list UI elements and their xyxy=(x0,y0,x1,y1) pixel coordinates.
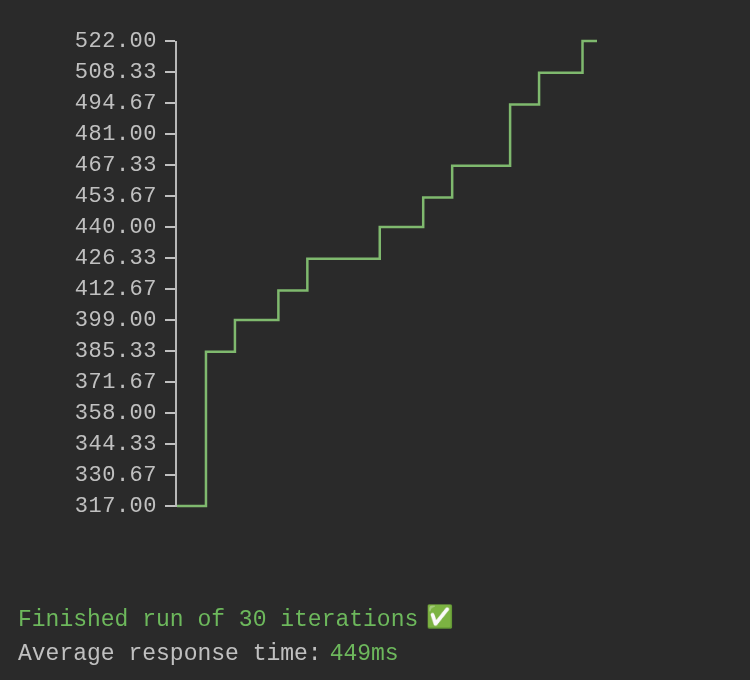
tick-mark xyxy=(165,164,175,166)
y-tick-label: 522.00 xyxy=(0,26,175,56)
avg-label: Average response time: xyxy=(18,638,322,670)
y-tick-value: 508.33 xyxy=(75,60,157,85)
check-icon: ✅ xyxy=(426,604,453,635)
y-tick-label: 317.00 xyxy=(0,491,175,521)
tick-mark xyxy=(165,195,175,197)
y-tick-value: 385.33 xyxy=(75,339,157,364)
y-tick-label: 385.33 xyxy=(0,336,175,366)
status-section: Finished run of 30 iterations ✅ Average … xyxy=(18,604,453,670)
y-tick-label: 481.00 xyxy=(0,119,175,149)
y-tick-label: 453.67 xyxy=(0,181,175,211)
y-tick-label: 440.00 xyxy=(0,212,175,242)
y-tick-value: 494.67 xyxy=(75,91,157,116)
y-tick-label: 330.67 xyxy=(0,460,175,490)
y-tick-value: 440.00 xyxy=(75,215,157,240)
tick-mark xyxy=(165,474,175,476)
avg-response-line: Average response time: 449ms xyxy=(18,638,453,670)
y-tick-value: 330.67 xyxy=(75,463,157,488)
tick-mark xyxy=(165,350,175,352)
tick-mark xyxy=(165,133,175,135)
tick-mark xyxy=(165,412,175,414)
line-chart-svg xyxy=(177,30,597,520)
avg-value: 449ms xyxy=(330,638,399,670)
y-tick-value: 453.67 xyxy=(75,184,157,209)
y-tick-value: 399.00 xyxy=(75,308,157,333)
y-tick-label: 467.33 xyxy=(0,150,175,180)
y-axis: 522.00508.33494.67481.00467.33453.67440.… xyxy=(0,30,175,550)
finished-status: Finished run of 30 iterations ✅ xyxy=(18,604,453,636)
ascii-chart: 522.00508.33494.67481.00467.33453.67440.… xyxy=(0,30,750,550)
finished-text: Finished run of 30 iterations xyxy=(18,604,418,636)
tick-mark xyxy=(165,505,175,507)
y-tick-value: 481.00 xyxy=(75,122,157,147)
tick-mark xyxy=(165,381,175,383)
y-tick-label: 344.33 xyxy=(0,429,175,459)
tick-mark xyxy=(165,319,175,321)
y-tick-value: 358.00 xyxy=(75,401,157,426)
plot-area xyxy=(177,30,597,520)
y-tick-label: 494.67 xyxy=(0,88,175,118)
tick-mark xyxy=(165,257,175,259)
y-tick-label: 399.00 xyxy=(0,305,175,335)
y-tick-value: 371.67 xyxy=(75,370,157,395)
y-tick-label: 358.00 xyxy=(0,398,175,428)
y-tick-value: 317.00 xyxy=(75,494,157,519)
y-tick-value: 522.00 xyxy=(75,29,157,54)
y-tick-value: 412.67 xyxy=(75,277,157,302)
tick-mark xyxy=(165,102,175,104)
tick-mark xyxy=(165,288,175,290)
y-tick-value: 426.33 xyxy=(75,246,157,271)
y-tick-value: 344.33 xyxy=(75,432,157,457)
y-tick-label: 426.33 xyxy=(0,243,175,273)
tick-mark xyxy=(165,71,175,73)
y-tick-label: 371.67 xyxy=(0,367,175,397)
chart-line xyxy=(177,41,597,506)
y-tick-label: 412.67 xyxy=(0,274,175,304)
tick-mark xyxy=(165,443,175,445)
tick-mark xyxy=(165,40,175,42)
y-tick-label: 508.33 xyxy=(0,57,175,87)
y-tick-value: 467.33 xyxy=(75,153,157,178)
tick-mark xyxy=(165,226,175,228)
